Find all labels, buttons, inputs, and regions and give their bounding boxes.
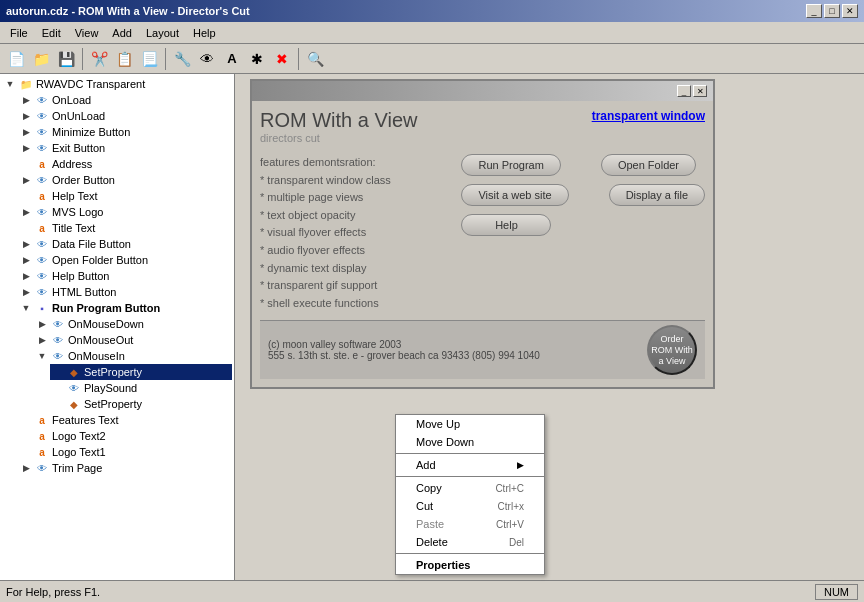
tree-item-logotext1[interactable]: a Logo Text1 (18, 444, 232, 460)
run-program-button[interactable]: Run Program (461, 154, 560, 176)
eye-icon: 👁 (34, 173, 50, 187)
rom-close-btn[interactable]: ✕ (693, 85, 707, 97)
tree-root[interactable]: ▼ 📁 RWAVDC Transparent (2, 76, 232, 92)
tree-item-helpbtn[interactable]: ▶ 👁 Help Button (18, 268, 232, 284)
toolbar-view[interactable]: 👁 (195, 47, 219, 71)
tree-item-setproperty2[interactable]: ◆ SetProperty (50, 396, 232, 412)
ctx-add[interactable]: Add ▶ (396, 456, 544, 474)
toolbar-new[interactable]: 📄 (4, 47, 28, 71)
tree-item-address[interactable]: a Address (18, 156, 232, 172)
toolbar-open[interactable]: 📁 (29, 47, 53, 71)
ctx-move-up[interactable]: Move Up (396, 415, 544, 433)
tree-item-trimpage[interactable]: ▶ 👁 Trim Page (18, 460, 232, 476)
tree-item-exit[interactable]: ▶ 👁 Exit Button (18, 140, 232, 156)
rom-content: features demontsration: * transparent wi… (260, 154, 705, 312)
ctx-move-down[interactable]: Move Down (396, 433, 544, 451)
menu-layout[interactable]: Layout (140, 25, 185, 41)
feature-line-4: * visual flyover effects (260, 224, 453, 242)
tree-item-onunload[interactable]: ▶ 👁 OnUnLoad (18, 108, 232, 124)
transparent-window-link[interactable]: transparent window (592, 109, 705, 123)
status-bar: For Help, press F1. NUM (0, 580, 864, 602)
tree-item-label: Logo Text1 (52, 446, 106, 458)
tree-item-onload[interactable]: ▶ 👁 OnLoad (18, 92, 232, 108)
toolbar-paste[interactable]: 📃 (137, 47, 161, 71)
open-folder-button[interactable]: Open Folder (601, 154, 696, 176)
tree-item-label: OnMouseDown (68, 318, 144, 330)
tree-item-label: PlaySound (84, 382, 137, 394)
tree-item-playsound[interactable]: 👁 PlaySound (50, 380, 232, 396)
folder-icon: 📁 (18, 77, 34, 91)
ctx-copy[interactable]: Copy Ctrl+C (396, 479, 544, 497)
toolbar-save[interactable]: 💾 (54, 47, 78, 71)
ctx-copy-shortcut: Ctrl+C (495, 483, 524, 494)
tree-panel[interactable]: ▼ 📁 RWAVDC Transparent ▶ 👁 OnLoad ▶ 👁 On… (0, 74, 235, 580)
menu-edit[interactable]: Edit (36, 25, 67, 41)
tree-item-label: OnMouseIn (68, 350, 125, 362)
diamond-icon: ◆ (66, 365, 82, 379)
toolbar-star[interactable]: ✱ (245, 47, 269, 71)
order-button[interactable]: OrderROM Witha View (647, 325, 697, 375)
rom-header: ROM With a View directors cut transparen… (260, 109, 705, 144)
tree-item-logotext2[interactable]: a Logo Text2 (18, 428, 232, 444)
tree-item-datafile[interactable]: ▶ 👁 Data File Button (18, 236, 232, 252)
ctx-delete[interactable]: Delete Del (396, 533, 544, 551)
toolbar-settings[interactable]: 🔧 (170, 47, 194, 71)
box-icon: ▪ (34, 301, 50, 315)
toolbar-sep3 (298, 48, 299, 70)
tree-item-openfolder[interactable]: ▶ 👁 Open Folder Button (18, 252, 232, 268)
toolbar-sep1 (82, 48, 83, 70)
toolbar-sep2 (165, 48, 166, 70)
menu-view[interactable]: View (69, 25, 105, 41)
tree-item-label: MVS Logo (52, 206, 103, 218)
tree-item-featurestext[interactable]: a Features Text (18, 412, 232, 428)
toolbar-text[interactable]: A (220, 47, 244, 71)
tree-item-mousedown[interactable]: ▶ 👁 OnMouseDown (34, 316, 232, 332)
text-icon: a (34, 221, 50, 235)
toolbar: 📄 📁 💾 ✂️ 📋 📃 🔧 👁 A ✱ ✖ 🔍 (0, 44, 864, 74)
tree-item-runprogram[interactable]: ▼ ▪ Run Program Button (18, 300, 232, 316)
tree-item-label: SetProperty (84, 398, 142, 410)
tree-item-htmlbtn[interactable]: ▶ 👁 HTML Button (18, 284, 232, 300)
menu-file[interactable]: File (4, 25, 34, 41)
toolbar-search[interactable]: 🔍 (303, 47, 327, 71)
tree-item-mvslogo[interactable]: ▶ 👁 MVS Logo (18, 204, 232, 220)
eye-icon: 👁 (34, 205, 50, 219)
rom-window-buttons: _ ✕ (677, 85, 707, 97)
ctx-paste-shortcut: Ctrl+V (496, 519, 524, 530)
toolbar-copy[interactable]: 📋 (112, 47, 136, 71)
text-icon: a (34, 157, 50, 171)
toolbar-stop[interactable]: ✖ (270, 47, 294, 71)
submenu-arrow: ▶ (517, 460, 524, 470)
tree-item-order[interactable]: ▶ 👁 Order Button (18, 172, 232, 188)
address-text: 555 s. 13th st. ste. e - grover beach ca… (268, 350, 540, 361)
menu-help[interactable]: Help (187, 25, 222, 41)
minimize-button[interactable]: _ (806, 4, 822, 18)
tree-item-label: Title Text (52, 222, 95, 234)
text-icon: a (34, 413, 50, 427)
eye-icon: 👁 (34, 285, 50, 299)
visit-website-button[interactable]: Visit a web site (461, 184, 568, 206)
tree-item-setproperty1[interactable]: ◆ SetProperty (50, 364, 232, 380)
display-file-button[interactable]: Display a file (609, 184, 705, 206)
tree-item-minimize[interactable]: ▶ 👁 Minimize Button (18, 124, 232, 140)
rom-features: features demontsration: * transparent wi… (260, 154, 453, 312)
eye-icon: 👁 (34, 253, 50, 267)
menu-add[interactable]: Add (106, 25, 138, 41)
ctx-cut[interactable]: Cut Ctrl+x (396, 497, 544, 515)
tree-item-mouseout[interactable]: ▶ 👁 OnMouseOut (34, 332, 232, 348)
button-row-2: Visit a web site Display a file (461, 184, 705, 206)
close-button[interactable]: ✕ (842, 4, 858, 18)
tree-item-helptext[interactable]: a Help Text (18, 188, 232, 204)
maximize-button[interactable]: □ (824, 4, 840, 18)
ctx-properties[interactable]: Properties (396, 556, 544, 574)
tree-item-label: Run Program Button (52, 302, 160, 314)
toolbar-cut[interactable]: ✂️ (87, 47, 111, 71)
preview-panel: _ ✕ ROM With a View directors cut transp… (235, 74, 864, 580)
tree-item-titletext[interactable]: a Title Text (18, 220, 232, 236)
rom-minimize-btn[interactable]: _ (677, 85, 691, 97)
help-button[interactable]: Help (461, 214, 551, 236)
eye-icon: 👁 (34, 237, 50, 251)
text-icon: a (34, 189, 50, 203)
tree-item-mousein[interactable]: ▼ 👁 OnMouseIn (34, 348, 232, 364)
title-bar-buttons: _ □ ✕ (806, 4, 858, 18)
